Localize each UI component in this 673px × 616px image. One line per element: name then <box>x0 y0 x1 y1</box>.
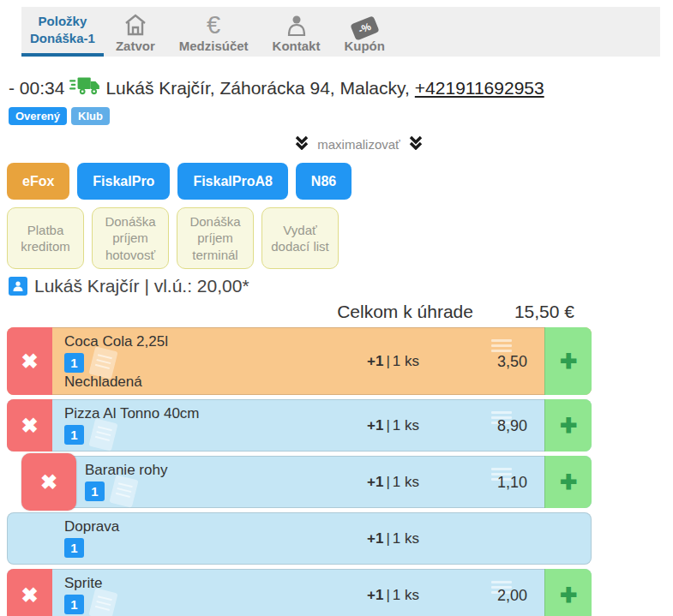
item-qty-badge[interactable]: 1 <box>64 595 84 614</box>
item-qty-info: +1|1 ks <box>367 474 419 491</box>
coupon-icon: -% <box>352 11 377 37</box>
item-price: 3,50 <box>497 352 527 370</box>
home-icon <box>123 11 148 37</box>
x-icon: ✖ <box>40 470 57 494</box>
x-icon: ✖ <box>21 583 38 607</box>
item-qty-info: +1|1 ks <box>367 587 419 604</box>
item-price: 8,90 <box>497 416 527 434</box>
plus-icon: ✚ <box>560 470 577 494</box>
item-qty-info: +1|1 ks <box>367 353 419 370</box>
item-name: Doprava <box>64 518 119 535</box>
chevron-double-down-icon <box>409 135 423 153</box>
plus-icon: ✚ <box>560 583 577 607</box>
customer-info-line: Lukáš Krajčír | vl.ú.: 20,00* <box>9 276 673 296</box>
tab-zatvor-label: Zatvor <box>116 39 155 53</box>
item-note: Nechladená <box>64 374 142 391</box>
item-price: 1,10 <box>497 473 527 491</box>
person-icon <box>285 11 309 37</box>
tab-kontakt[interactable]: Kontakt <box>261 7 333 57</box>
item-qty-badge[interactable]: 1 <box>85 481 105 501</box>
tab-zatvor[interactable]: Zatvor <box>104 7 167 57</box>
donaska-prijem-terminal-button[interactable]: Donáška príjem terminál <box>177 207 254 269</box>
tab-kupon-label: Kupón <box>344 39 384 53</box>
delivery-truck-icon <box>69 75 100 100</box>
add-item-button[interactable]: ✚ <box>544 456 592 508</box>
customer-icon[interactable] <box>9 277 27 296</box>
customer-phone-link[interactable]: +421911692953 <box>415 78 544 99</box>
remove-item-button[interactable]: ✖ <box>7 327 52 395</box>
remove-item-button[interactable]: ✖ <box>7 399 52 452</box>
tab-kupon[interactable]: -% Kupón <box>332 7 396 57</box>
order-item-row: ✖ Sprite 1 +1|1 ks 2,00 ✚ <box>7 569 592 616</box>
total-label: Celkom k úhrade <box>337 302 473 322</box>
x-icon: ✖ <box>21 350 38 374</box>
tab-polozky-donaska[interactable]: Položky Donáška-1 <box>21 7 104 57</box>
total-amount: 15,50 € <box>514 302 574 322</box>
maximize-label: maximalizovať <box>317 137 400 152</box>
item-qty-badge[interactable]: 1 <box>64 538 84 558</box>
plus-icon: ✚ <box>560 414 577 438</box>
customer-address: Lukáš Krajčír, Záhorácka 94, Malacky, <box>105 78 409 99</box>
platba-kreditom-button[interactable]: Platba kreditom <box>7 207 84 269</box>
tab-kontakt-label: Kontakt <box>273 39 321 53</box>
order-timer: - 00:34 <box>9 78 64 99</box>
fiskalproa8-button[interactable]: FiskalProA8 <box>177 163 287 200</box>
order-items-list: ✖ Coca Cola 2,25l 1 +1|1 ks 3,50 Nechlad… <box>0 327 673 616</box>
item-qty-badge[interactable]: 1 <box>64 353 84 373</box>
item-qty-info: +1|1 ks <box>367 530 419 547</box>
vydat-dodaci-list-button[interactable]: Vydať dodací list <box>261 207 339 269</box>
maximize-row[interactable]: maximalizovať <box>0 135 673 153</box>
n86-button[interactable]: N86 <box>296 163 352 200</box>
add-item-button[interactable]: ✚ <box>544 327 592 395</box>
tab-medzisucet-label: Medzisúčet <box>179 39 249 53</box>
item-name: Coca Cola 2,25l <box>64 333 168 350</box>
chevron-double-down-icon <box>295 135 309 153</box>
tab-active-line2: Donáška-1 <box>30 30 95 47</box>
item-name: Pizza Al Tonno 40cm <box>64 405 200 422</box>
order-item-row: ✖ Baranie rohy 1 +1|1 ks 1,10 ✚ <box>22 456 592 508</box>
note-icon <box>88 588 117 616</box>
total-row: Celkom k úhrade 15,50 € <box>7 302 592 322</box>
remove-item-button[interactable]: ✖ <box>7 569 52 616</box>
fiskalpro-button[interactable]: FiskalPro <box>77 163 170 200</box>
efox-button[interactable]: eFox <box>7 163 69 200</box>
order-item-row: ✖ Pizza Al Tonno 40cm 1 +1|1 ks 8,90 ✚ <box>7 399 592 452</box>
order-info-line: - 00:34 Lukáš Krajčír, Záhorácka 94, Mal… <box>9 75 673 100</box>
tab-bar: Položky Donáška-1 Zatvor € Medzisúčet Ko… <box>21 7 660 57</box>
customer-info-text: Lukáš Krajčír | vl.ú.: 20,00* <box>34 276 249 296</box>
add-item-button[interactable]: ✚ <box>544 399 592 452</box>
remove-item-button[interactable]: ✖ <box>21 453 76 511</box>
item-qty-badge[interactable]: 1 <box>64 425 84 445</box>
tab-medzisucet[interactable]: € Medzisúčet <box>167 7 261 57</box>
note-icon <box>88 418 117 452</box>
drag-handle-icon[interactable] <box>491 339 512 352</box>
donaska-prijem-hotovost-button[interactable]: Donáška príjem hotovosť <box>92 207 169 269</box>
item-qty-info: +1|1 ks <box>367 417 419 434</box>
badge-row: Overený Klub <box>9 107 673 125</box>
euro-icon: € <box>207 11 220 37</box>
plus-icon: ✚ <box>560 350 577 374</box>
tab-active-line1: Položky <box>39 13 87 30</box>
item-price: 2,00 <box>497 586 527 604</box>
x-icon: ✖ <box>21 414 38 438</box>
order-item-row: ✖ Doprava 1 +1|1 ks ✚ <box>7 512 592 565</box>
club-badge: Klub <box>71 107 110 125</box>
verified-badge: Overený <box>9 107 67 125</box>
order-item-row: ✖ Coca Cola 2,25l 1 +1|1 ks 3,50 Nechlad… <box>7 327 592 395</box>
add-item-button[interactable]: ✚ <box>544 569 592 616</box>
fiscal-buttons-row: eFox FiskalPro FiskalProA8 N86 <box>7 163 673 200</box>
action-buttons-row: Platba kreditom Donáška príjem hotovosť … <box>7 207 673 269</box>
note-icon <box>109 475 138 508</box>
item-name: Baranie rohy <box>85 462 167 479</box>
